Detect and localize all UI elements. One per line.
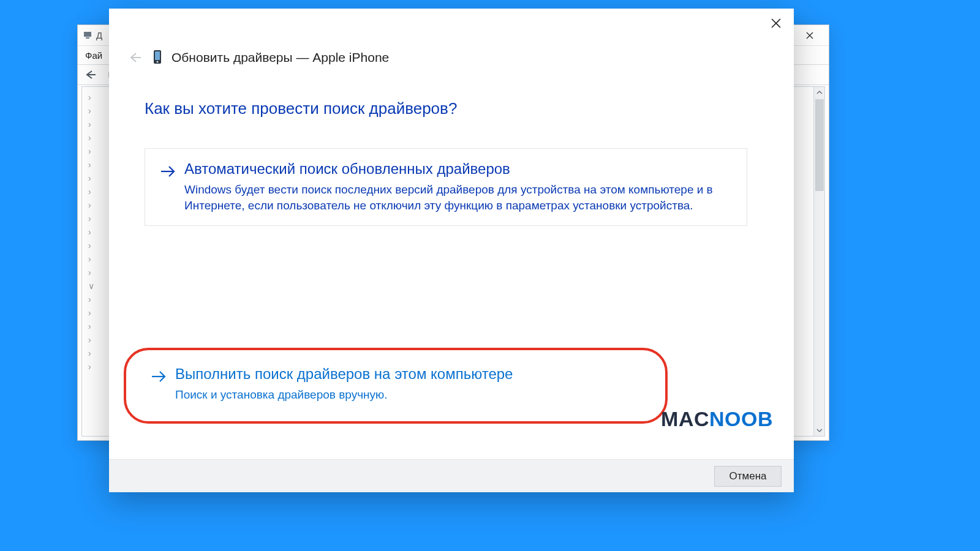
update-drivers-dialog: Обновить драйверы — Apple iPhone Как вы … — [109, 9, 794, 492]
menu-file[interactable]: Фай — [85, 50, 102, 61]
watermark-part2: NOOB — [709, 407, 773, 430]
svg-rect-0 — [84, 32, 91, 37]
device-manager-icon — [83, 31, 92, 40]
arrow-right-icon — [151, 367, 167, 386]
svg-rect-12 — [155, 51, 160, 60]
scrollbar[interactable] — [813, 87, 824, 436]
dialog-header: Обновить драйверы — Apple iPhone — [126, 49, 389, 66]
scroll-thumb[interactable] — [815, 99, 824, 191]
scroll-down-icon[interactable] — [814, 425, 824, 436]
dialog-footer: Отмена — [109, 459, 794, 492]
option-manual-desc: Поиск и установка драйверов вручную. — [175, 387, 513, 403]
svg-rect-1 — [86, 37, 89, 39]
device-icon — [152, 50, 163, 66]
option-auto-title: Автоматический поиск обновленных драйвер… — [184, 160, 732, 178]
option-manual-title: Выполнить поиск драйверов на этом компью… — [175, 365, 513, 383]
back-arrow-icon[interactable] — [126, 49, 143, 66]
option-manual-search[interactable]: Выполнить поиск драйверов на этом компью… — [151, 365, 647, 403]
dialog-title: Обновить драйверы — Apple iPhone — [172, 50, 389, 65]
toolbar-back-icon[interactable] — [83, 67, 99, 83]
dialog-close-button[interactable] — [762, 13, 790, 33]
device-manager-title: Д — [96, 30, 102, 40]
arrow-right-icon — [160, 162, 176, 181]
window-close-button[interactable] — [796, 26, 824, 45]
option-auto-desc: Windows будет вести поиск последних верс… — [184, 182, 732, 213]
scroll-up-icon[interactable] — [814, 87, 824, 98]
watermark-logo: MACNOOB — [661, 407, 773, 431]
svg-point-13 — [156, 61, 158, 62]
cancel-button[interactable]: Отмена — [714, 466, 782, 487]
dialog-question: Как вы хотите провести поиск драйверов? — [145, 99, 457, 118]
option-auto-search[interactable]: Автоматический поиск обновленных драйвер… — [145, 148, 747, 226]
watermark-part1: MAC — [661, 407, 709, 430]
highlight-annotation: Выполнить поиск драйверов на этом компью… — [124, 348, 668, 424]
